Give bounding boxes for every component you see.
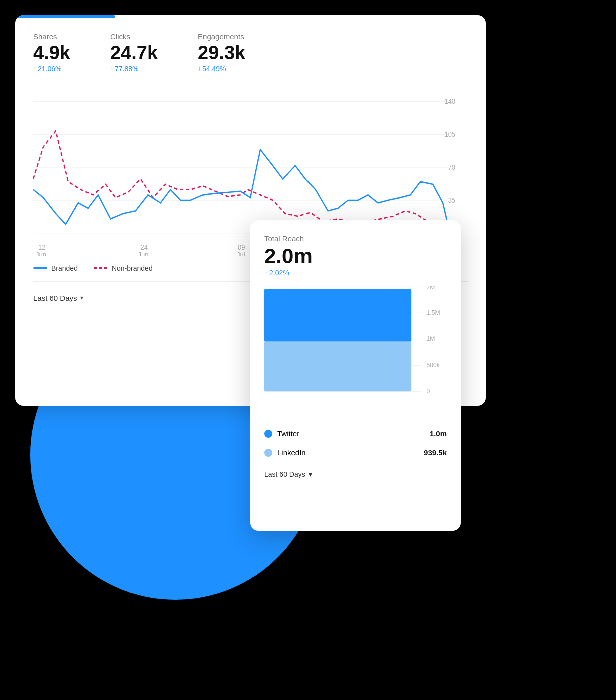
engagements-label: Engagements: [198, 32, 245, 41]
svg-text:140: 140: [444, 97, 455, 105]
clicks-change-value: 77.88%: [115, 65, 138, 73]
non-branded-line-icon: [94, 267, 108, 269]
engagements-value: 29.3k: [198, 43, 245, 64]
reach-value: 2.0m: [264, 245, 447, 268]
shares-arrow: ↑: [33, 65, 36, 72]
svg-text:12: 12: [38, 244, 45, 251]
reach-date-filter-label: Last 60 Days: [264, 470, 305, 478]
svg-text:500k: 500k: [427, 362, 440, 369]
svg-text:70: 70: [448, 164, 455, 171]
branded-line-icon: [33, 267, 47, 269]
twitter-value: 1.0m: [430, 429, 447, 438]
chevron-down-icon: ▾: [80, 294, 83, 301]
shares-label: Shares: [33, 32, 70, 41]
svg-text:35: 35: [448, 197, 455, 204]
bar-chart-svg: 2M 1.5M 1M 500k 0: [264, 286, 447, 416]
svg-text:Jun: Jun: [36, 251, 46, 256]
linkedin-platform-label: LinkedIn: [277, 448, 306, 457]
branded-label: Branded: [51, 264, 78, 272]
svg-rect-27: [264, 289, 411, 342]
svg-text:2M: 2M: [427, 286, 435, 291]
reach-chevron-down-icon: ▾: [309, 470, 312, 478]
legend-non-branded: Non-branded: [94, 264, 153, 272]
reach-arrow-icon: ↑: [264, 269, 268, 277]
clicks-change: ↑ 77.88%: [110, 65, 158, 73]
linkedin-value: 939.5k: [424, 448, 447, 457]
metric-engagements: Engagements 29.3k ↑ 54.49%: [198, 32, 245, 73]
reach-change: ↑ 2.02%: [264, 269, 447, 277]
reach-date-filter[interactable]: Last 60 Days ▾: [264, 470, 447, 478]
reach-change-value: 2.02%: [269, 269, 289, 277]
linkedin-legend-left: LinkedIn: [264, 448, 306, 457]
legend-twitter: Twitter 1.0m: [264, 424, 447, 443]
engagements-change: ↑ 54.49%: [198, 65, 245, 73]
scene: Shares 4.9k ↑ 21.06% Clicks 24.7k ↑ 77.8…: [0, 0, 616, 700]
metrics-row: Shares 4.9k ↑ 21.06% Clicks 24.7k ↑ 77.8…: [33, 32, 468, 73]
reach-legend: Twitter 1.0m LinkedIn 939.5k: [264, 424, 447, 462]
reach-title: Total Reach: [264, 234, 447, 243]
svg-text:1M: 1M: [427, 335, 435, 342]
reach-analytics-card: Total Reach 2.0m ↑ 2.02% 2M 1.5M 1M 500k…: [250, 220, 461, 531]
svg-text:1.5M: 1.5M: [427, 309, 440, 316]
svg-text:Jul: Jul: [237, 251, 245, 256]
svg-rect-26: [264, 342, 411, 392]
svg-text:24: 24: [141, 244, 148, 251]
twitter-platform-label: Twitter: [277, 429, 299, 438]
legend-linkedin: LinkedIn 939.5k: [264, 443, 447, 462]
engagements-change-value: 54.49%: [202, 65, 226, 73]
metrics-divider: [33, 87, 468, 87]
clicks-arrow: ↑: [110, 65, 113, 72]
metric-shares: Shares 4.9k ↑ 21.06%: [33, 32, 70, 73]
svg-text:09: 09: [238, 244, 245, 251]
clicks-value: 24.7k: [110, 43, 158, 64]
shares-change: ↑ 21.06%: [33, 65, 70, 73]
legend-branded: Branded: [33, 264, 78, 272]
main-date-filter-label: Last 60 Days: [33, 294, 77, 302]
shares-value: 4.9k: [33, 43, 70, 64]
svg-text:0: 0: [427, 388, 430, 395]
twitter-dot-icon: [264, 430, 272, 438]
linkedin-dot-icon: [264, 449, 272, 457]
clicks-label: Clicks: [110, 32, 158, 41]
main-date-filter[interactable]: Last 60 Days ▾: [33, 294, 83, 302]
svg-text:105: 105: [444, 130, 455, 138]
metric-clicks: Clicks 24.7k ↑ 77.88%: [110, 32, 158, 73]
non-branded-label: Non-branded: [112, 264, 153, 272]
bar-chart-area: 2M 1.5M 1M 500k 0: [264, 286, 447, 416]
twitter-legend-left: Twitter: [264, 429, 299, 438]
shares-change-value: 21.06%: [38, 65, 61, 73]
engagements-arrow: ↑: [198, 65, 201, 72]
svg-text:Jun: Jun: [138, 251, 149, 256]
